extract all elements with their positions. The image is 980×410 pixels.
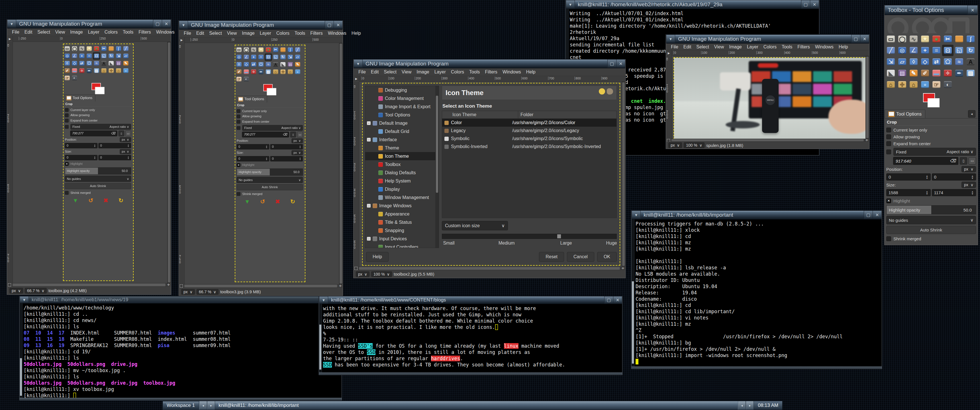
menu-windows[interactable]: Windows (154, 30, 177, 35)
canvas[interactable]: DebuggingColor ManagementImage Import & … (359, 82, 622, 267)
portrait-icon[interactable]: ▯ (960, 157, 967, 165)
pencil-tool-icon[interactable]: ✎ (908, 67, 919, 79)
unified-transform-tool-icon[interactable]: ◱ (272, 54, 280, 61)
highlight-checkbox[interactable]: ✕ (237, 163, 240, 167)
taskbar-window-button[interactable]: knill@knill11: /home/knill/lib/important (215, 401, 738, 410)
menu-file[interactable]: File (356, 70, 368, 75)
text-tool-icon[interactable]: A (100, 60, 108, 67)
shear-tool-icon[interactable]: ▱ (897, 56, 908, 67)
free-select-tool-icon[interactable]: ∿ (908, 33, 919, 45)
warp-transform-tool-icon[interactable]: ≈ (953, 56, 965, 67)
tree-item-default-grid[interactable]: Default Grid (365, 127, 439, 135)
tree-item-dialog-defaults[interactable]: Dialog Defaults (365, 168, 439, 177)
navigation-icon[interactable]: ✛ (338, 284, 343, 288)
workspace-prev-icon[interactable]: ◂ (199, 401, 207, 410)
3d-transform-tool-icon[interactable]: ◇ (919, 56, 931, 67)
close-icon[interactable]: ✕ (613, 296, 622, 304)
menu-edit[interactable]: Edit (22, 30, 35, 35)
perspective-tool-icon[interactable]: ◊ (235, 61, 243, 68)
foreground-select-tool-icon[interactable] (107, 45, 115, 52)
menu-filters[interactable]: Filters (795, 44, 813, 49)
position-unit-select[interactable]: px ∨ (961, 166, 976, 172)
checkbox[interactable] (65, 108, 68, 111)
workspace-indicator[interactable]: Workspace 1 (163, 401, 199, 410)
tree-scrollbar[interactable] (435, 86, 439, 248)
tree-item-image-import-export[interactable]: Image Import & Export (365, 103, 439, 111)
tree-item-window-management[interactable]: Window Management (365, 193, 439, 202)
shrink-merged-checkbox[interactable] (237, 192, 240, 195)
menu-colors[interactable]: Colors (274, 31, 292, 36)
ink-tool-icon[interactable]: ✒ (953, 67, 965, 79)
position-y-input[interactable]: 0▲▼ (932, 173, 976, 181)
position-y-input[interactable]: 0▲▼ (270, 144, 303, 149)
titlebar[interactable]: ▾ knill@knill11: /home/knill/lib/importa… (632, 210, 882, 219)
menu-help[interactable]: Help (523, 70, 538, 75)
foreground-select-tool-icon[interactable] (953, 33, 965, 45)
menu-layer[interactable]: Layer (257, 31, 274, 36)
close-icon[interactable]: ✕ (162, 20, 171, 28)
workspace-next-icon[interactable]: ▸ (207, 401, 215, 410)
unit-select[interactable]: px∨ (356, 271, 369, 277)
vertical-scrollbar[interactable] (865, 56, 869, 139)
color-swatch[interactable] (263, 84, 276, 95)
cancel-button[interactable]: Cancel (567, 252, 594, 262)
titlebar[interactable]: ▾ GNU Image Manipulation Program ▢ ✕ (7, 19, 171, 29)
quick-mask-icon[interactable] (179, 284, 184, 288)
size-unit-select[interactable]: px ∨ (120, 149, 131, 154)
minimize-icon[interactable]: ▾ (566, 0, 575, 9)
mypaint-brush-tool-icon[interactable]: ▨ (265, 68, 272, 75)
titlebar[interactable]: ▾ knill@knill11: /home/knill/web1/www/CO… (319, 296, 622, 304)
maximize-icon[interactable]: ▢ (608, 59, 616, 68)
flip-tool-icon[interactable]: ⇄ (250, 61, 257, 68)
fixed-checkbox[interactable] (886, 149, 891, 154)
portrait-icon[interactable]: ▯ (290, 132, 296, 137)
landscape-icon[interactable]: ▭ (969, 157, 976, 165)
option-allow-growing[interactable]: Allow growing (886, 133, 976, 140)
measure-tool-icon[interactable]: ∠ (243, 54, 250, 61)
rectangle-select-tool-icon[interactable]: ▭ (235, 46, 243, 54)
rotate-tool-icon[interactable]: ↻ (965, 45, 976, 56)
dodge-burn-tool-icon[interactable]: ◐ (71, 74, 78, 82)
fixed-checkbox[interactable] (237, 126, 240, 130)
aspect-ratio-input[interactable]: 700:277⌫ (70, 130, 117, 136)
menu-view[interactable]: View (53, 30, 67, 35)
fixed-aspect-select[interactable]: FixedAspect ratio ∨ (242, 125, 303, 131)
ellipse-select-tool-icon[interactable]: ◯ (243, 46, 250, 54)
tree-item-color-management[interactable]: Color Management (365, 94, 439, 103)
scissors-select-tool-icon[interactable]: ✂ (100, 45, 108, 52)
size-height-input[interactable]: 1174▲▼ (932, 189, 976, 196)
smudge-tool-icon[interactable]: ☞ (64, 74, 71, 82)
option-expand-from-center[interactable]: Expand from center (237, 119, 303, 124)
titlebar[interactable]: ▾ knill@knill11: /home/knill/web1/www/ne… (20, 296, 342, 304)
menu-select[interactable]: Select (35, 30, 52, 35)
menu-edit[interactable]: Edit (681, 44, 694, 49)
tree-item-appearance[interactable]: Appearance (365, 210, 439, 218)
close-icon[interactable]: ✕ (334, 21, 342, 29)
shear-tool-icon[interactable]: ▱ (122, 52, 130, 60)
gradient-tool-icon[interactable]: ▤ (115, 60, 122, 67)
color-picker-tool-icon[interactable]: ╱ (294, 46, 301, 54)
menu-tools[interactable]: Tools (292, 31, 308, 36)
shrink-merged-checkbox[interactable] (886, 236, 891, 241)
menu-file[interactable]: File (181, 31, 194, 36)
help-button[interactable]: Help (366, 252, 388, 262)
ink-tool-icon[interactable]: ✒ (257, 68, 265, 75)
menu-view[interactable]: View (712, 44, 727, 49)
ruler-corner[interactable]: ▶ (666, 51, 672, 56)
checkbox[interactable] (237, 120, 240, 124)
paths-tool-icon[interactable]: ʃ (286, 46, 294, 54)
rotate-tool-icon[interactable]: ↻ (279, 54, 286, 61)
icon-theme-row-color[interactable]: Color/usr/share/gimp/2.0/icons/Color (442, 119, 616, 127)
position-x-input[interactable]: 0▲▼ (886, 173, 931, 181)
airbrush-tool-icon[interactable]: ✧ (78, 67, 86, 74)
horizontal-scrollbar[interactable] (184, 284, 337, 288)
blur-sharpen-tool-icon[interactable]: ● (122, 67, 130, 74)
measure-tool-icon[interactable]: ∠ (908, 45, 919, 56)
paintbrush-tool-icon[interactable]: ✐ (64, 67, 71, 74)
align-tool-icon[interactable]: ≡ (257, 54, 265, 61)
menu-file[interactable]: File (668, 44, 681, 49)
warp-transform-tool-icon[interactable]: ≈ (265, 61, 272, 68)
menu-help[interactable]: Help (836, 44, 851, 49)
rectangle-select-tool-icon[interactable]: ▭ (64, 45, 71, 52)
unit-select[interactable]: px∨ (668, 142, 682, 148)
